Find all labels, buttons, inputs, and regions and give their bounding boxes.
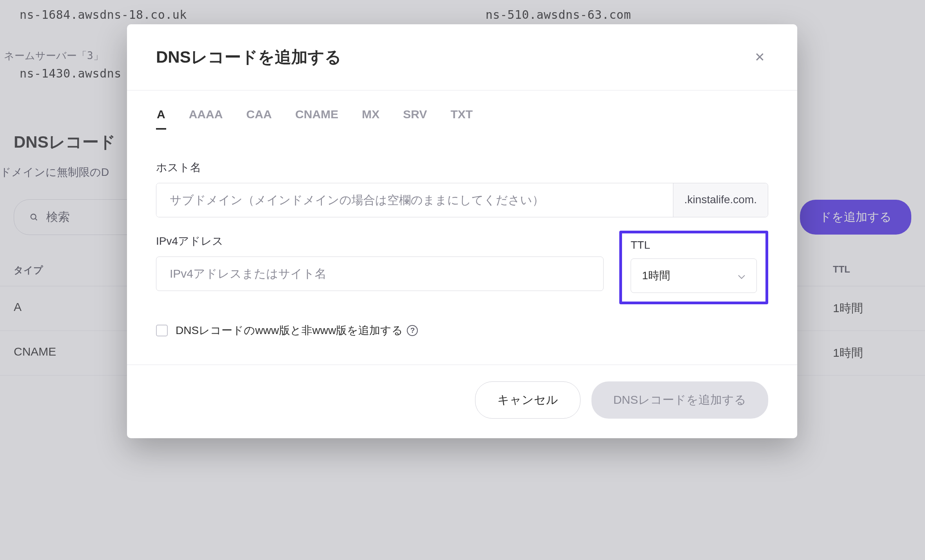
tab-caa[interactable]: CAA: [245, 108, 272, 130]
cancel-button[interactable]: キャンセル: [475, 381, 580, 419]
add-dns-record-modal: DNSレコードを追加する ✕ A AAAA CAA CNAME MX SRV T…: [127, 24, 797, 438]
hostname-label: ホスト名: [156, 160, 768, 175]
help-icon[interactable]: ?: [407, 325, 418, 336]
close-icon[interactable]: ✕: [751, 48, 768, 66]
ttl-label: TTL: [631, 239, 757, 251]
ttl-select[interactable]: 1時間: [631, 258, 757, 293]
www-nonwww-checkbox[interactable]: [156, 325, 168, 336]
hostname-field-wrapper: .kinstalife.com.: [156, 183, 768, 217]
ttl-highlight-box: TTL 1時間: [619, 231, 768, 304]
tab-mx[interactable]: MX: [361, 108, 380, 130]
tab-a[interactable]: A: [156, 108, 166, 130]
record-type-tabs: A AAAA CAA CNAME MX SRV TXT: [127, 90, 797, 130]
modal-title: DNSレコードを追加する: [156, 46, 341, 68]
ttl-value: 1時間: [642, 268, 670, 283]
tab-aaaa[interactable]: AAAA: [188, 108, 224, 130]
hostname-suffix: .kinstalife.com.: [673, 183, 768, 217]
ipv4-input[interactable]: [156, 257, 604, 291]
ipv4-label: IPv4アドレス: [156, 234, 604, 249]
hostname-input[interactable]: [156, 183, 673, 217]
tab-cname[interactable]: CNAME: [294, 108, 339, 130]
tab-srv[interactable]: SRV: [402, 108, 428, 130]
chevron-down-icon: [738, 269, 745, 282]
www-nonwww-label: DNSレコードのwww版と非www版を追加する ?: [176, 323, 418, 338]
tab-txt[interactable]: TXT: [450, 108, 474, 130]
submit-button[interactable]: DNSレコードを追加する: [591, 381, 768, 419]
